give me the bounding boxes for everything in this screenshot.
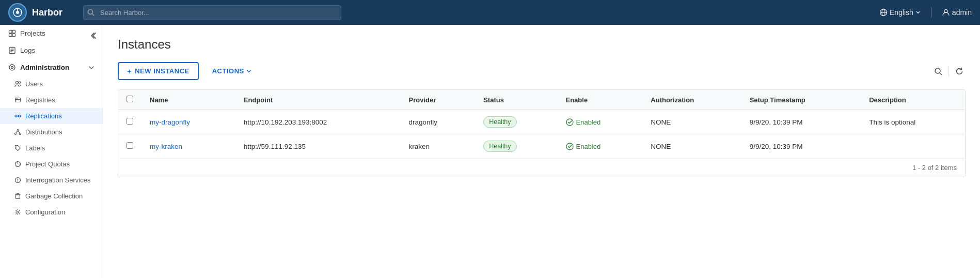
- svg-point-24: [17, 98, 18, 99]
- svg-line-4: [92, 14, 94, 16]
- sidebar-registries-label: Registries: [25, 96, 55, 104]
- sidebar-labels-label: Labels: [25, 144, 45, 152]
- col-status: Status: [475, 90, 557, 110]
- svg-rect-11: [9, 34, 12, 37]
- row-authorization: NONE: [642, 110, 741, 134]
- sidebar-item-replications[interactable]: Replications: [0, 108, 103, 124]
- user-label: admin: [952, 8, 972, 17]
- sidebar-item-interrogation[interactable]: Interrogation Services: [0, 172, 103, 188]
- sidebar: Projects Logs Administration: [0, 25, 103, 278]
- row-status: Healthy: [475, 110, 557, 134]
- new-instance-label: NEW INSTANCE: [135, 67, 189, 75]
- nav-divider: [931, 7, 931, 18]
- app-layout: Projects Logs Administration: [0, 25, 980, 278]
- administration-label: Administration: [20, 64, 69, 71]
- enable-label: Enabled: [576, 118, 601, 126]
- svg-point-30: [20, 133, 21, 135]
- sidebar-interrogation-label: Interrogation Services: [25, 176, 90, 184]
- user-icon: [942, 8, 950, 17]
- administration-icon: [8, 64, 16, 71]
- enabled-check-icon: [566, 143, 574, 150]
- sidebar-item-garbage[interactable]: Garbage Collection: [0, 188, 103, 204]
- actions-button[interactable]: ACTIONS: [205, 64, 259, 79]
- replications-icon: [14, 113, 21, 119]
- search-container: [83, 5, 341, 20]
- sidebar-users-label: Users: [25, 80, 43, 88]
- table-row: my-kraken http://59.111.92.135 kraken He…: [118, 134, 965, 159]
- sidebar-item-project-quotas[interactable]: Project Quotas: [0, 156, 103, 172]
- sidebar-item-users[interactable]: Users: [0, 76, 103, 92]
- projects-icon: [8, 29, 16, 37]
- labels-icon: [14, 145, 21, 151]
- row-endpoint: http://59.111.92.135: [235, 134, 401, 159]
- row-checkbox[interactable]: [127, 142, 133, 149]
- plus-icon: +: [127, 67, 132, 75]
- app-logo[interactable]: Harbor: [8, 3, 62, 22]
- col-enable: Enable: [558, 90, 643, 110]
- svg-point-43: [17, 211, 19, 213]
- svg-point-29: [15, 133, 17, 135]
- col-description: Description: [861, 90, 965, 110]
- row-endpoint: http://10.192.203.193:8002: [235, 110, 401, 134]
- svg-point-25: [15, 115, 17, 117]
- new-instance-button[interactable]: + NEW INSTANCE: [118, 62, 199, 80]
- user-menu[interactable]: admin: [942, 8, 972, 17]
- svg-point-17: [9, 65, 15, 70]
- row-checkbox[interactable]: [127, 118, 133, 125]
- enable-label: Enabled: [576, 143, 601, 150]
- sidebar-projects-label: Projects: [20, 29, 45, 37]
- svg-line-32: [18, 131, 21, 133]
- sidebar-item-labels[interactable]: Labels: [0, 140, 103, 156]
- svg-point-20: [19, 82, 21, 84]
- col-name: Name: [141, 90, 235, 110]
- svg-rect-10: [12, 30, 15, 34]
- search-icon: [934, 67, 942, 75]
- row-name: my-kraken: [141, 134, 235, 159]
- sidebar-collapse-button[interactable]: [87, 31, 99, 42]
- interrogation-icon: [14, 177, 21, 183]
- sidebar-logs-label: Logs: [20, 47, 35, 54]
- svg-rect-9: [9, 30, 12, 34]
- col-authorization: Authorization: [642, 90, 741, 110]
- table-row: my-dragonfly http://10.192.203.193:8002 …: [118, 110, 965, 134]
- language-selector[interactable]: English: [879, 8, 921, 17]
- refresh-icon: [955, 67, 963, 75]
- row-enable: Enabled: [558, 134, 643, 159]
- row-timestamp: 9/9/20, 10:39 PM: [741, 110, 861, 134]
- svg-point-23: [16, 98, 17, 99]
- svg-point-28: [17, 130, 19, 131]
- select-all-checkbox[interactable]: [127, 96, 133, 102]
- sidebar-administration-section[interactable]: Administration: [0, 59, 103, 76]
- garbage-icon: [14, 193, 21, 199]
- row-checkbox-cell: [118, 134, 141, 159]
- col-endpoint: Endpoint: [235, 90, 401, 110]
- col-provider: Provider: [401, 90, 476, 110]
- registries-icon: [14, 97, 21, 103]
- logo-circle: [8, 3, 27, 22]
- svg-point-1: [16, 11, 19, 14]
- sidebar-quotas-label: Project Quotas: [25, 160, 70, 168]
- svg-rect-12: [12, 34, 15, 37]
- search-input[interactable]: [83, 5, 341, 20]
- sidebar-item-logs[interactable]: Logs: [0, 42, 103, 59]
- row-description: This is optional: [861, 110, 965, 134]
- sidebar-item-distributions[interactable]: Distributions: [0, 124, 103, 140]
- toolbar-right: [932, 65, 966, 78]
- actions-label: ACTIONS: [212, 67, 244, 75]
- page-title: Instances: [118, 37, 966, 52]
- svg-point-19: [16, 82, 19, 84]
- sidebar-item-registries[interactable]: Registries: [0, 92, 103, 108]
- header-checkbox-cell: [118, 90, 141, 110]
- search-button[interactable]: [932, 65, 944, 78]
- sidebar-configuration-label: Configuration: [25, 208, 65, 216]
- sidebar-item-configuration[interactable]: Configuration: [0, 204, 103, 220]
- toolbar-divider: [949, 66, 949, 76]
- chevron-down-icon: [915, 10, 921, 15]
- row-checkbox-cell: [118, 110, 141, 134]
- nav-right: English admin: [879, 7, 972, 18]
- refresh-button[interactable]: [953, 65, 966, 78]
- config-icon: [14, 209, 21, 215]
- status-badge: Healthy: [483, 116, 516, 128]
- row-authorization: NONE: [642, 134, 741, 159]
- sidebar-distributions-label: Distributions: [25, 128, 62, 136]
